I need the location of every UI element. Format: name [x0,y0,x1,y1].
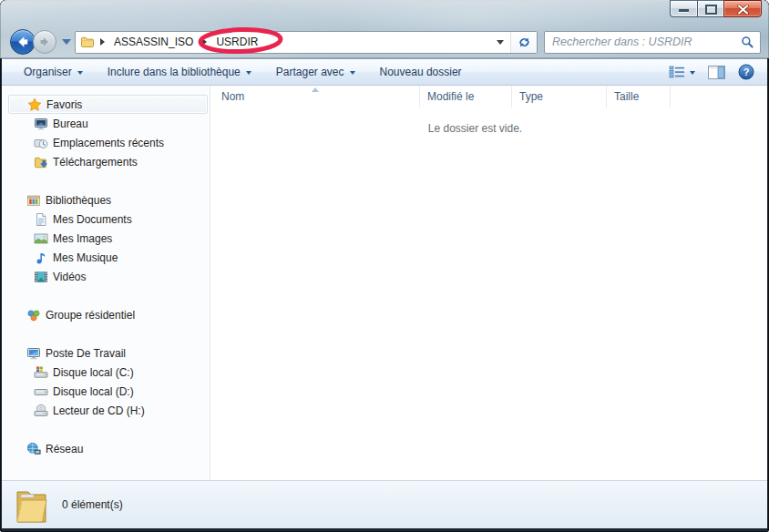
desktop-icon [34,117,48,131]
pictures-icon [34,231,48,246]
sidebar-label: Disque local (C:) [53,366,134,379]
help-icon: ? [738,64,754,80]
chevron-down-icon [690,71,695,75]
sidebar-label: Groupe résidentiel [46,309,135,322]
sidebar-label: Poste De Travail [46,347,126,360]
videos-icon [34,270,48,284]
sidebar-item-mes-documents[interactable]: Mes Documents [2,210,210,229]
homegroup-icon [26,308,41,322]
folder-icon [80,35,95,49]
empty-folder-message: Le dossier est vide. [210,122,767,135]
sidebar-section-groupe-residentiel[interactable]: Groupe résidentiel [2,305,210,324]
window-body: Favoris Bureau Emplacements réce [2,86,767,480]
minimize-icon [679,9,689,12]
help-button[interactable]: ? [738,64,754,80]
file-list-area: Nom Modifié le Type Taille Le dossier es… [210,86,767,480]
organize-label: Organiser [24,66,72,78]
change-view-button[interactable] [669,66,695,78]
column-headers: Nom Modifié le Type Taille [210,86,767,107]
sidebar-label: Bibliothèques [46,194,111,207]
maximize-button[interactable] [698,0,723,17]
sidebar-label: Mes Documents [53,213,132,226]
computer-icon [26,346,41,361]
sidebar-item-emplacements-recents[interactable]: Emplacements récents [2,133,210,152]
navigation-pane: Favoris Bureau Emplacements réce [2,86,210,480]
chevron-down-icon [77,71,83,75]
sidebar-item-videos[interactable]: Vidéos [2,267,210,286]
new-folder-button[interactable]: Nouveau dossier [371,62,471,82]
address-history-dropdown[interactable] [490,32,510,53]
column-header-filler [671,86,767,107]
organize-button[interactable]: Organiser [15,62,92,82]
breadcrumb-usrdir-label: USRDIR [216,36,258,48]
column-label: Type [519,90,543,103]
close-icon [737,5,749,15]
sidebar-item-mes-images[interactable]: Mes Images [2,229,210,248]
breadcrumb-separator-icon [100,38,105,46]
star-icon [27,97,42,112]
folder-large-icon [14,485,50,525]
music-icon [34,251,48,265]
column-header-taille[interactable]: Taille [607,86,671,107]
system-drive-icon [34,365,48,380]
command-bar: Organiser Inclure dans la bibliothèque P… [2,58,767,86]
sidebar-label: Vidéos [53,271,86,283]
sidebar-section-favorites[interactable]: Favoris [8,95,208,114]
window-controls [670,0,762,17]
breadcrumb-separator-icon [202,38,207,46]
column-header-type[interactable]: Type [512,86,607,107]
column-label: Nom [221,90,244,103]
share-with-label: Partager avec [276,66,344,78]
breadcrumb-item-usrdir[interactable]: USRDIR [212,33,261,51]
share-with-button[interactable]: Partager avec [267,62,364,82]
search-input[interactable] [550,35,741,49]
search-box [544,31,761,54]
sidebar-label: Favoris [46,98,82,111]
network-icon [26,442,41,456]
column-header-nom[interactable]: Nom [210,86,420,107]
sidebar-label: Disque local (D:) [53,385,134,398]
search-icon[interactable] [741,36,754,49]
sidebar-item-disque-local-d[interactable]: Disque local (D:) [2,382,210,401]
sidebar-label: Mes Musique [53,251,118,264]
sidebar-section-bibliotheques[interactable]: Bibliothèques [2,190,210,210]
sidebar-item-telechargements[interactable]: Téléchargements [2,152,210,171]
document-icon [34,212,48,227]
address-bar[interactable]: ASSASSIN_ISO USRDIR [75,31,538,54]
sidebar-gap [2,324,210,343]
sort-ascending-icon [312,87,319,92]
sidebar-item-disque-local-c[interactable]: Disque local (C:) [2,363,210,382]
sidebar-gap [2,171,210,190]
back-button[interactable] [10,29,36,55]
include-in-library-button[interactable]: Inclure dans la bibliothèque [98,62,261,82]
svg-text:?: ? [743,66,750,77]
sidebar-label: Réseau [46,443,83,455]
list-view-icon [669,66,685,78]
forward-arrow-icon [38,36,51,48]
chevron-down-icon [350,71,355,75]
preview-pane-button[interactable] [708,66,725,79]
sidebar-item-lecteur-cd-h[interactable]: Lecteur de CD (H:) [2,401,210,420]
sidebar-gap [2,286,210,305]
sidebar-section-poste-de-travail[interactable]: Poste De Travail [2,343,210,363]
close-button[interactable] [723,0,762,17]
chevron-down-icon [246,71,251,75]
breadcrumb-item-assassin-iso[interactable]: ASSASSIN_ISO [110,33,197,51]
column-header-modifie-le[interactable]: Modifié le [420,86,512,107]
recent-pages-dropdown[interactable] [62,39,71,45]
title-bar: ASSASSIN_ISO USRDIR [0,0,769,58]
column-label: Modifié le [427,90,474,103]
sidebar-section-reseau[interactable]: Réseau [2,439,210,458]
minimize-button[interactable] [670,0,698,17]
downloads-icon [34,155,48,169]
refresh-icon [518,36,531,49]
sidebar-item-bureau[interactable]: Bureau [2,114,210,133]
status-bar: 0 élément(s) [2,480,767,528]
forward-button[interactable] [33,30,56,54]
item-count: 0 élément(s) [62,498,123,511]
refresh-button[interactable] [510,32,537,53]
sidebar-item-mes-musique[interactable]: Mes Musique [2,248,210,267]
libraries-icon [26,193,41,208]
chevron-down-icon [497,40,504,45]
navigation-bar: ASSASSIN_ISO USRDIR [2,26,767,58]
